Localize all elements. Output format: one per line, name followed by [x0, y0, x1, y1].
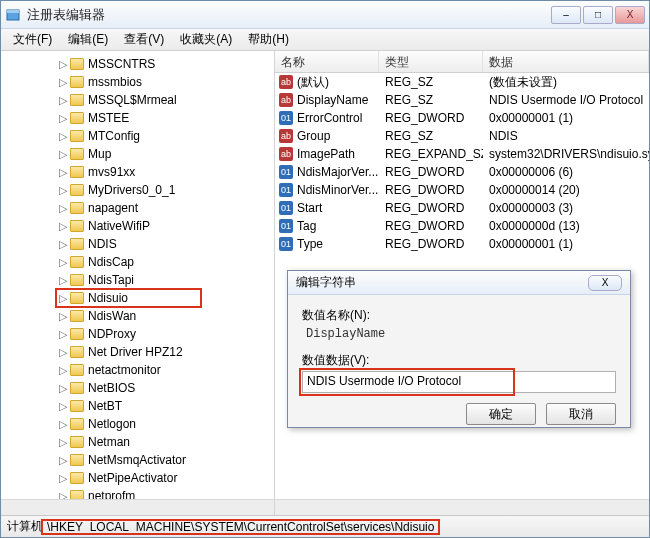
value-name: Tag	[297, 219, 316, 233]
value-data: 0x00000006 (6)	[483, 165, 649, 179]
dialog-title: 编辑字符串	[296, 274, 588, 291]
tree-item-mydrivers0-0-1[interactable]: ▷MyDrivers0_0_1	[3, 181, 272, 199]
tree-item-netmsmqactivator[interactable]: ▷NetMsmqActivator	[3, 451, 272, 469]
value-row[interactable]: 01StartREG_DWORD0x00000003 (3)	[275, 199, 649, 217]
menu-file[interactable]: 文件(F)	[5, 29, 60, 50]
tree-label: NDProxy	[88, 327, 136, 341]
value-type: REG_DWORD	[379, 183, 483, 197]
expand-icon[interactable]: ▷	[57, 436, 68, 449]
value-data: (数值未设置)	[483, 74, 649, 91]
value-data: NDIS	[483, 129, 649, 143]
status-prefix: 计算机	[7, 518, 43, 535]
tree-item-netman[interactable]: ▷Netman	[3, 433, 272, 451]
expand-icon[interactable]: ▷	[57, 454, 68, 467]
value-row[interactable]: ab(默认)REG_SZ(数值未设置)	[275, 73, 649, 91]
expand-icon[interactable]: ▷	[57, 292, 68, 305]
value-data-input[interactable]: NDIS Usermode I/O Protocol	[302, 371, 616, 393]
tree-item-napagent[interactable]: ▷napagent	[3, 199, 272, 217]
tree-label: NetBT	[88, 399, 122, 413]
tree-item-ndis[interactable]: ▷NDIS	[3, 235, 272, 253]
value-name: DisplayName	[297, 93, 368, 107]
tree-item-mvs91xx[interactable]: ▷mvs91xx	[3, 163, 272, 181]
maximize-button[interactable]: □	[583, 6, 613, 24]
tree-item-ndisuio[interactable]: ▷Ndisuio	[3, 289, 272, 307]
tree-item-netbios[interactable]: ▷NetBIOS	[3, 379, 272, 397]
value-row[interactable]: 01TagREG_DWORD0x0000000d (13)	[275, 217, 649, 235]
col-name[interactable]: 名称	[275, 51, 379, 72]
expand-icon[interactable]: ▷	[57, 346, 68, 359]
tree-item-netpipeactivator[interactable]: ▷NetPipeActivator	[3, 469, 272, 487]
value-row[interactable]: 01NdisMinorVer...REG_DWORD0x00000014 (20…	[275, 181, 649, 199]
ok-button[interactable]: 确定	[466, 403, 536, 425]
expand-icon[interactable]: ▷	[57, 148, 68, 161]
tree-item-ndiscap[interactable]: ▷NdisCap	[3, 253, 272, 271]
folder-icon	[70, 94, 84, 106]
value-row[interactable]: abGroupREG_SZNDIS	[275, 127, 649, 145]
expand-icon[interactable]: ▷	[57, 220, 68, 233]
tree-item-mssmbios[interactable]: ▷mssmbios	[3, 73, 272, 91]
value-row[interactable]: 01TypeREG_DWORD0x00000001 (1)	[275, 235, 649, 253]
value-type: REG_SZ	[379, 75, 483, 89]
tree-label: NDIS	[88, 237, 117, 251]
tree-item-netbt[interactable]: ▷NetBT	[3, 397, 272, 415]
menubar: 文件(F) 编辑(E) 查看(V) 收藏夹(A) 帮助(H)	[1, 29, 649, 51]
cancel-button[interactable]: 取消	[546, 403, 616, 425]
expand-icon[interactable]: ▷	[57, 130, 68, 143]
tree-item-mup[interactable]: ▷Mup	[3, 145, 272, 163]
tree-hscrollbar[interactable]	[1, 499, 274, 515]
col-data[interactable]: 数据	[483, 51, 649, 72]
values-hscrollbar[interactable]	[275, 499, 649, 515]
tree-item-ndiswan[interactable]: ▷NdisWan	[3, 307, 272, 325]
menu-view[interactable]: 查看(V)	[116, 29, 172, 50]
values-pane[interactable]: 名称 类型 数据 ab(默认)REG_SZ(数值未设置)abDisplayNam…	[275, 51, 649, 515]
tree-label: NdisTapi	[88, 273, 134, 287]
expand-icon[interactable]: ▷	[57, 310, 68, 323]
menu-favorites[interactable]: 收藏夹(A)	[172, 29, 240, 50]
value-row[interactable]: 01ErrorControlREG_DWORD0x00000001 (1)	[275, 109, 649, 127]
folder-icon	[70, 436, 84, 448]
col-type[interactable]: 类型	[379, 51, 483, 72]
menu-help[interactable]: 帮助(H)	[240, 29, 297, 50]
expand-icon[interactable]: ▷	[57, 94, 68, 107]
close-button[interactable]: X	[615, 6, 645, 24]
tree-item-ndistapi[interactable]: ▷NdisTapi	[3, 271, 272, 289]
titlebar: 注册表编辑器 – □ X	[1, 1, 649, 29]
tree-item-nativewifip[interactable]: ▷NativeWifiP	[3, 217, 272, 235]
tree-item-mssql-mrmeal[interactable]: ▷MSSQL$Mrmeal	[3, 91, 272, 109]
minimize-button[interactable]: –	[551, 6, 581, 24]
expand-icon[interactable]: ▷	[57, 238, 68, 251]
expand-icon[interactable]: ▷	[57, 328, 68, 341]
expand-icon[interactable]: ▷	[57, 202, 68, 215]
expand-icon[interactable]: ▷	[57, 382, 68, 395]
tree-item-msscntrs[interactable]: ▷MSSCNTRS	[3, 55, 272, 73]
value-name-display: DisplayName	[302, 326, 616, 344]
expand-icon[interactable]: ▷	[57, 400, 68, 413]
tree-item-mtconfig[interactable]: ▷MTConfig	[3, 127, 272, 145]
value-row[interactable]: abImagePathREG_EXPAND_SZsystem32\DRIVERS…	[275, 145, 649, 163]
folder-icon	[70, 220, 84, 232]
expand-icon[interactable]: ▷	[57, 418, 68, 431]
expand-icon[interactable]: ▷	[57, 184, 68, 197]
expand-icon[interactable]: ▷	[57, 256, 68, 269]
tree-item-mstee[interactable]: ▷MSTEE	[3, 109, 272, 127]
expand-icon[interactable]: ▷	[57, 166, 68, 179]
menu-edit[interactable]: 编辑(E)	[60, 29, 116, 50]
expand-icon[interactable]: ▷	[57, 274, 68, 287]
expand-icon[interactable]: ▷	[57, 112, 68, 125]
value-type: REG_DWORD	[379, 165, 483, 179]
tree-label: napagent	[88, 201, 138, 215]
tree-item-netactmonitor[interactable]: ▷netactmonitor	[3, 361, 272, 379]
expand-icon[interactable]: ▷	[57, 472, 68, 485]
value-row[interactable]: abDisplayNameREG_SZNDIS Usermode I/O Pro…	[275, 91, 649, 109]
tree-item-net-driver-hpz12[interactable]: ▷Net Driver HPZ12	[3, 343, 272, 361]
tree-item-ndproxy[interactable]: ▷NDProxy	[3, 325, 272, 343]
expand-icon[interactable]: ▷	[57, 364, 68, 377]
value-row[interactable]: 01NdisMajorVer...REG_DWORD0x00000006 (6)	[275, 163, 649, 181]
dword-icon: 01	[279, 219, 293, 233]
tree-item-netlogon[interactable]: ▷Netlogon	[3, 415, 272, 433]
dialog-close-button[interactable]: X	[588, 275, 622, 291]
dword-icon: 01	[279, 165, 293, 179]
tree-pane[interactable]: ▷MSSCNTRS▷mssmbios▷MSSQL$Mrmeal▷MSTEE▷MT…	[1, 51, 275, 515]
expand-icon[interactable]: ▷	[57, 76, 68, 89]
expand-icon[interactable]: ▷	[57, 58, 68, 71]
